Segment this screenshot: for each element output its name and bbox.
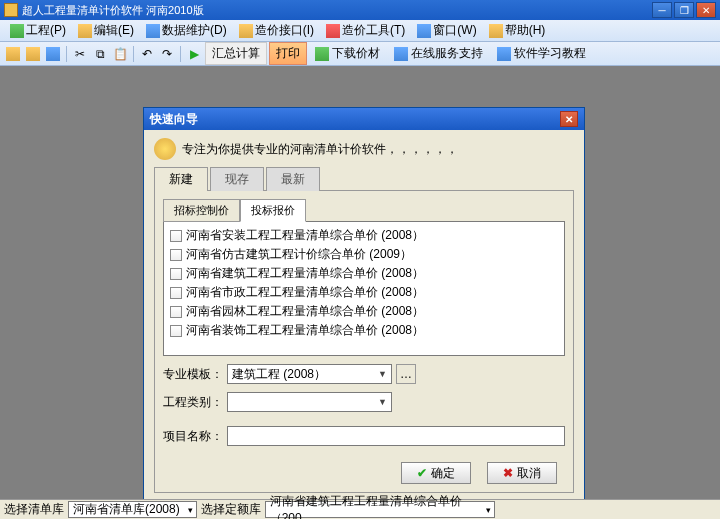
dialog-title: 快速向导 xyxy=(150,111,560,128)
app-title: 超人工程量清单计价软件 河南2010版 xyxy=(22,3,652,18)
template-browse-button[interactable]: … xyxy=(396,364,416,384)
tb-save[interactable] xyxy=(44,45,62,63)
cross-icon: ✖ xyxy=(503,466,513,480)
cancel-button[interactable]: ✖取消 xyxy=(487,462,557,484)
menu-window[interactable]: 窗口(W) xyxy=(411,20,482,41)
help-icon xyxy=(489,24,503,38)
tb-open[interactable] xyxy=(24,45,42,63)
doc-icon xyxy=(170,230,182,242)
template-select[interactable]: 建筑工程 (2008）▼ xyxy=(227,364,392,384)
tb-print[interactable]: 打印 xyxy=(269,42,307,65)
menubar: 工程(P) 编辑(E) 数据维护(D) 造价接口(I) 造价工具(T) 窗口(W… xyxy=(0,20,720,42)
menu-edit[interactable]: 编辑(E) xyxy=(72,20,140,41)
new-icon xyxy=(6,47,20,61)
tb-redo[interactable]: ↷ xyxy=(158,45,176,63)
download-icon xyxy=(315,47,329,61)
doc-icon xyxy=(170,249,182,261)
chevron-down-icon: ▼ xyxy=(378,397,387,407)
ok-button[interactable]: ✔确定 xyxy=(401,462,471,484)
tb-undo[interactable]: ↶ xyxy=(138,45,156,63)
tab-recent[interactable]: 最新 xyxy=(266,167,320,191)
online-icon xyxy=(394,47,408,61)
window-icon xyxy=(417,24,431,38)
list-library-label: 选择清单库 xyxy=(4,501,64,518)
toolbar: ✂ ⧉ 📋 ↶ ↷ ▶ 汇总计算 打印 下载价材 在线服务支持 软件学习教程 xyxy=(0,42,720,66)
quota-library-label: 选择定额库 xyxy=(201,501,261,518)
tools-icon xyxy=(326,24,340,38)
list-item[interactable]: 河南省园林工程工程量清单综合单价 (2008） xyxy=(168,302,560,321)
dialog-hint: 专注为你提供专业的河南清单计价软件，，，，，， xyxy=(182,141,458,158)
tutorial-icon xyxy=(497,47,511,61)
list-item[interactable]: 河南省装饰工程工程量清单综合单价 (2008） xyxy=(168,321,560,340)
chevron-down-icon: ▼ xyxy=(378,369,387,379)
sub-tabs: 招标控制价 投标报价 xyxy=(163,199,565,222)
list-item[interactable]: 河南省建筑工程工程量清单综合单价 (2008） xyxy=(168,264,560,283)
tb-tutorial[interactable]: 软件学习教程 xyxy=(491,43,592,64)
tb-cut[interactable]: ✂ xyxy=(71,45,89,63)
tb-online[interactable]: 在线服务支持 xyxy=(388,43,489,64)
close-button[interactable]: ✕ xyxy=(696,2,716,18)
interface-icon xyxy=(239,24,253,38)
tab-existing[interactable]: 现存 xyxy=(210,167,264,191)
list-item[interactable]: 河南省仿古建筑工程计价综合单价 (2009） xyxy=(168,245,560,264)
workspace: 快速向导 ✕ 专注为你提供专业的河南清单计价软件，，，，，， 新建 现存 最新 … xyxy=(0,66,720,499)
quota-library-select[interactable]: 河南省建筑工程工程量清单综合单价（200 xyxy=(265,501,495,518)
save-icon xyxy=(46,47,60,61)
list-item[interactable]: 河南省市政工程工程量清单综合单价 (2008） xyxy=(168,283,560,302)
doc-icon xyxy=(170,325,182,337)
tb-play[interactable]: ▶ xyxy=(185,45,203,63)
doc-icon xyxy=(170,306,182,318)
dialog-close-button[interactable]: ✕ xyxy=(560,111,578,127)
list-library-select[interactable]: 河南省清单库(2008) xyxy=(68,501,197,518)
project-name-input[interactable] xyxy=(227,426,565,446)
tab-bid-price[interactable]: 投标报价 xyxy=(240,199,306,222)
key-icon xyxy=(154,138,176,160)
tb-new[interactable] xyxy=(4,45,22,63)
template-list[interactable]: 河南省安装工程工程量清单综合单价 (2008） 河南省仿古建筑工程计价综合单价 … xyxy=(163,221,565,356)
dialog-titlebar[interactable]: 快速向导 ✕ xyxy=(144,108,584,130)
edit-icon xyxy=(78,24,92,38)
tb-copy[interactable]: ⧉ xyxy=(91,45,109,63)
doc-icon xyxy=(170,287,182,299)
wizard-dialog: 快速向导 ✕ 专注为你提供专业的河南清单计价软件，，，，，， 新建 现存 最新 … xyxy=(143,107,585,504)
menu-tools[interactable]: 造价工具(T) xyxy=(320,20,411,41)
tab-control-price[interactable]: 招标控制价 xyxy=(163,199,240,222)
project-icon xyxy=(10,24,24,38)
main-titlebar: 超人工程量清单计价软件 河南2010版 ─ ❐ ✕ xyxy=(0,0,720,20)
menu-project[interactable]: 工程(P) xyxy=(4,20,72,41)
category-select[interactable]: ▼ xyxy=(227,392,392,412)
check-icon: ✔ xyxy=(417,466,427,480)
data-icon xyxy=(146,24,160,38)
tab-new[interactable]: 新建 xyxy=(154,167,208,191)
tb-download[interactable]: 下载价材 xyxy=(309,43,386,64)
category-label: 工程类别： xyxy=(163,394,223,411)
list-item[interactable]: 河南省安装工程工程量清单综合单价 (2008） xyxy=(168,226,560,245)
doc-icon xyxy=(170,268,182,280)
menu-data[interactable]: 数据维护(D) xyxy=(140,20,233,41)
main-tabs: 新建 现存 最新 xyxy=(154,166,574,191)
tb-paste[interactable]: 📋 xyxy=(111,45,129,63)
open-icon xyxy=(26,47,40,61)
name-label: 项目名称： xyxy=(163,428,223,445)
template-label: 专业模板： xyxy=(163,366,223,383)
menu-interface[interactable]: 造价接口(I) xyxy=(233,20,320,41)
minimize-button[interactable]: ─ xyxy=(652,2,672,18)
menu-help[interactable]: 帮助(H) xyxy=(483,20,552,41)
app-icon xyxy=(4,3,18,17)
restore-button[interactable]: ❐ xyxy=(674,2,694,18)
statusbar: 选择清单库 河南省清单库(2008) 选择定额库 河南省建筑工程工程量清单综合单… xyxy=(0,499,720,519)
tb-calc[interactable]: 汇总计算 xyxy=(205,42,267,65)
